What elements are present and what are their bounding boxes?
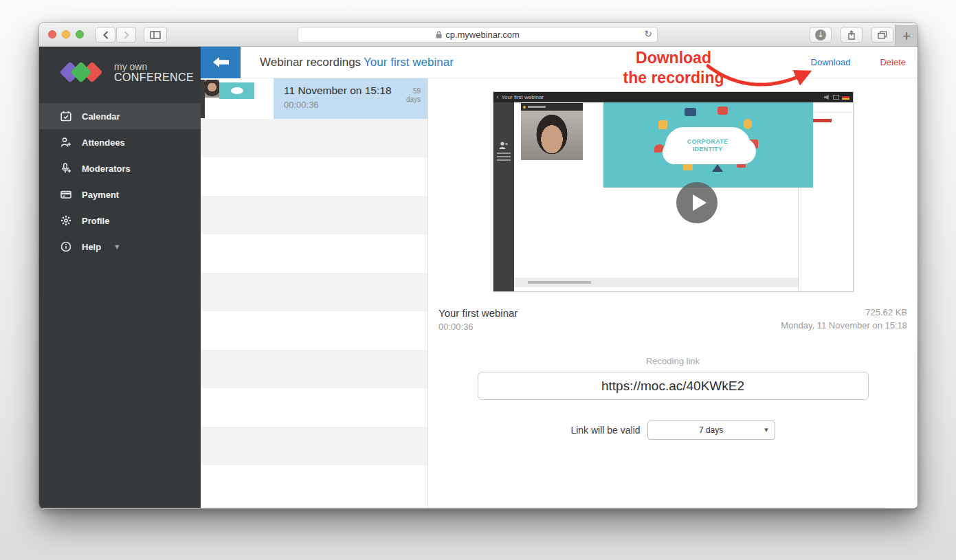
- sidebar-item-attendees[interactable]: Attendees: [39, 129, 201, 155]
- slide-title-line1: CORPORATE: [687, 138, 729, 146]
- recording-title: Your first webinar: [438, 307, 518, 319]
- slide-yellow-icon: [744, 119, 752, 129]
- sidebar-item-label: Payment: [82, 190, 119, 200]
- share-icon: [847, 30, 856, 40]
- webcam-portrait: [521, 111, 583, 160]
- sidebar-item-help[interactable]: Help ▼: [39, 234, 201, 260]
- player-back-icon: ‹: [497, 94, 499, 100]
- browser-window: cp.mywebinar.com ↻ ↓ + my own CONFERENCE: [39, 23, 918, 508]
- video-player[interactable]: ‹ Your first webinar: [493, 91, 854, 292]
- slide-yellow-icon: [658, 120, 667, 129]
- recording-link-input[interactable]: [478, 372, 869, 400]
- browser-toolbar: cp.mywebinar.com ↻ ↓ +: [39, 23, 918, 47]
- fullscreen-icon: [833, 95, 839, 100]
- list-empty-row: [201, 119, 427, 157]
- zoom-window-button[interactable]: [76, 30, 84, 38]
- sidebar-item-calendar[interactable]: Calendar: [39, 103, 201, 129]
- slide-title-line2: IDENTITY: [693, 146, 722, 153]
- browser-forward-button[interactable]: [116, 27, 136, 43]
- share-button[interactable]: [841, 27, 863, 43]
- player-title: Your first webinar: [502, 94, 544, 100]
- downloads-button[interactable]: ↓: [810, 27, 832, 43]
- url-text: cp.mywebinar.com: [445, 30, 520, 40]
- arrow-left-icon: [213, 57, 229, 67]
- attendee-add-icon: [60, 137, 71, 148]
- minimize-window-button[interactable]: [62, 30, 70, 38]
- recording-detail-panel: ‹ Your first webinar: [428, 78, 918, 508]
- recording-date: 11 November on 15:18: [284, 85, 406, 97]
- thumb-slide: [219, 82, 254, 99]
- sidebar-item-label: Profile: [82, 216, 109, 226]
- sidebar-item-label: Moderators: [82, 164, 131, 174]
- file-size: 725.62 KB: [781, 307, 907, 317]
- recording-link-label: Recoding link: [428, 356, 918, 366]
- sidebar-toggle-button[interactable]: [144, 27, 167, 43]
- player-titlebar: ‹ Your first webinar: [493, 92, 853, 102]
- presenter-icon: [498, 141, 509, 150]
- new-tab-button[interactable]: +: [895, 25, 918, 46]
- chat-placeholder-bar: [528, 281, 591, 284]
- recording-datetime: Monday, 11 November on 15:18: [781, 320, 907, 331]
- link-valid-select[interactable]: 7 days ▼: [647, 421, 775, 440]
- select-caret-icon: ▼: [764, 427, 768, 433]
- tabs-overview-button[interactable]: [871, 27, 893, 43]
- german-flag-icon: [842, 95, 849, 100]
- annotation-arrow-icon: [702, 59, 816, 92]
- delete-link[interactable]: Delete: [880, 57, 906, 67]
- close-window-button[interactable]: [48, 30, 56, 38]
- plus-icon: +: [902, 29, 911, 43]
- slide-camera-icon: [685, 108, 696, 116]
- link-valid-value: 7 days: [699, 425, 723, 435]
- days-value: 59: [406, 87, 421, 96]
- slide-mountain-icon: [712, 164, 723, 172]
- slide-yellow-icon: [683, 164, 693, 170]
- list-empty-row: [201, 388, 427, 427]
- list-empty-row: [201, 465, 427, 504]
- webcam-video: [521, 103, 583, 160]
- recording-thumbnail[interactable]: [201, 78, 274, 119]
- list-empty-row: [201, 311, 427, 350]
- recording-meta: Your first webinar 00:00:36 725.62 KB Mo…: [438, 307, 907, 332]
- sidebar-item-label: Help: [82, 242, 101, 252]
- list-empty-row: [201, 157, 427, 196]
- play-button[interactable]: [676, 182, 718, 223]
- webinar-name-text: Your first webinar: [364, 56, 454, 69]
- recordings-list: 11 November on 15:18 00:00:36 59 days: [201, 78, 428, 508]
- sidebar-item-moderators[interactable]: Moderators: [39, 155, 201, 181]
- download-link[interactable]: Download: [811, 57, 851, 67]
- sidebar-item-label: Attendees: [82, 137, 125, 148]
- recording-duration: 00:00:36: [284, 100, 406, 110]
- sidebar-item-label: Calendar: [82, 111, 120, 122]
- download-circle-icon: ↓: [815, 30, 826, 41]
- list-empty-row: [201, 273, 427, 311]
- slide-red-icon: [718, 107, 728, 115]
- gear-icon: [60, 215, 71, 226]
- sidebar-item-profile[interactable]: Profile: [39, 208, 201, 234]
- recording-row[interactable]: 11 November on 15:18 00:00:36 59 days: [201, 78, 427, 119]
- chevron-right-icon: [124, 31, 129, 39]
- calendar-icon: [60, 111, 71, 122]
- attendee-name-bar: [811, 119, 832, 122]
- sidebar-item-payment[interactable]: Payment: [39, 181, 201, 208]
- recording-entry[interactable]: 11 November on 15:18 00:00:36 59 days: [274, 78, 427, 119]
- sidebar-icon: [150, 31, 161, 39]
- recording-duration-text: 00:00:36: [438, 322, 518, 332]
- list-empty-row: [201, 427, 427, 465]
- microphone-add-icon: [60, 163, 71, 174]
- app-logo: my own CONFERENCE: [39, 47, 201, 98]
- presentation-slide: CORPORATE IDENTITY: [603, 102, 813, 188]
- days-unit: days: [406, 96, 421, 104]
- reload-icon[interactable]: ↻: [644, 28, 652, 39]
- page-title: Webinar recordingsYour first webinar: [260, 56, 454, 69]
- slide-speech-icon: [654, 144, 665, 153]
- link-valid-label: Link will be valid: [570, 425, 640, 436]
- back-button[interactable]: [201, 47, 241, 78]
- chat-input-bar: [514, 278, 798, 287]
- sidebar: my own CONFERENCE Calendar Attendees Mod…: [39, 47, 201, 508]
- player-side-toolbar: [493, 102, 514, 291]
- logo-text-line1: my own: [114, 61, 194, 72]
- browser-back-button[interactable]: [96, 27, 115, 43]
- address-bar[interactable]: cp.mywebinar.com ↻: [298, 27, 658, 43]
- days-left-badge: 59 days: [406, 85, 421, 119]
- lock-icon: [436, 31, 442, 38]
